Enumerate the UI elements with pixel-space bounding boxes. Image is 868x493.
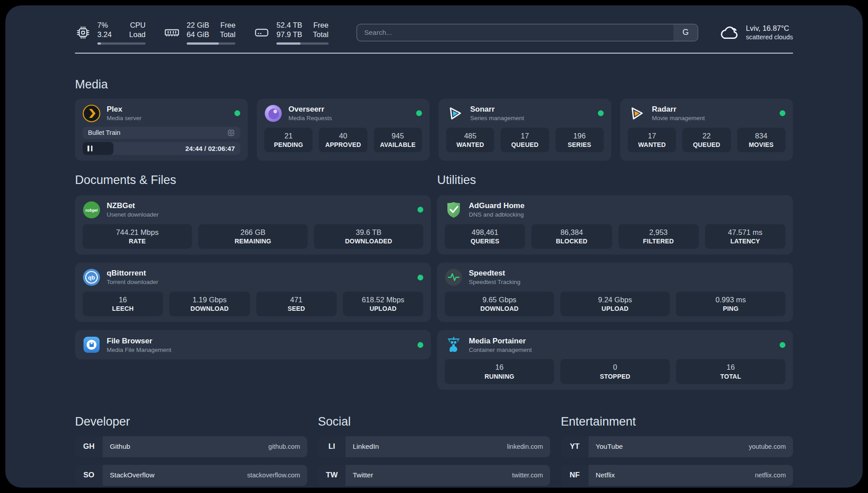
storage-progress-bar (276, 42, 328, 45)
app-subtitle: DNS and adblocking (469, 211, 525, 219)
stat-pill: 21PENDING (264, 128, 313, 152)
app-title: AdGuard Home (469, 201, 525, 211)
stat-pill: 86,384BLOCKED (531, 224, 612, 249)
links-column-entertainment: Entertainment YT YouTubeyoutube.com NF N… (561, 415, 793, 493)
stat-pill: 945AVAILABLE (374, 128, 422, 152)
app-subtitle: Speedtest Tracking (469, 278, 521, 286)
section-title-social: Social (318, 415, 550, 429)
status-indicator (417, 207, 423, 213)
memory-total-label: Total (220, 30, 235, 39)
storage-total: 97.9 TB (276, 30, 302, 39)
links-grid: Developer GH Githubgithub.com SO StackOv… (75, 415, 793, 493)
stat-pill: 196SERIES (555, 128, 604, 152)
app-card-nzbget[interactable]: nzbget NZBGet Usenet downloader 744.21 M… (75, 195, 431, 255)
app-card-overseerr[interactable]: Overseerr Media Requests 21PENDING 40APP… (257, 99, 430, 161)
stackoverflow-icon: SO (75, 465, 103, 486)
app-card-radarr[interactable]: Radarr Movie management 17WANTED 22QUEUE… (620, 99, 793, 161)
link-github[interactable]: GH Githubgithub.com (75, 436, 307, 457)
cpu-label: CPU (129, 21, 146, 30)
playback-progress-bar[interactable]: 24:44 / 02:06:47 (83, 142, 240, 155)
now-playing: Bullet Train 24:44 / 02:06:47 (83, 127, 240, 155)
overseerr-icon (264, 104, 282, 122)
pause-icon[interactable] (88, 146, 92, 151)
linkedin-icon: LI (318, 436, 346, 457)
app-card-adguard[interactable]: AdGuard Home DNS and adblocking 498,461Q… (437, 195, 793, 255)
twitter-icon: TW (318, 465, 346, 486)
stat-pill: 2,953FILTERED (618, 224, 699, 249)
app-subtitle: Media File Management (107, 346, 171, 354)
status-indicator (234, 110, 240, 116)
stat-pill: 40APPROVED (319, 128, 367, 152)
cpu-load-label: Load (129, 30, 146, 39)
app-card-speedtest[interactable]: Speedtest Speedtest Tracking 9.65 GbpsDO… (437, 263, 793, 322)
stat-pill: 744.21 MbpsRATE (83, 224, 192, 249)
app-card-qbittorrent[interactable]: qb qBittorrent Torrent downloader 16LEEC… (75, 263, 431, 322)
app-title: Media Portainer (469, 336, 532, 346)
portainer-icon (445, 336, 463, 354)
sonarr-icon (446, 104, 464, 122)
app-title: Sonarr (470, 104, 524, 114)
app-title: Speedtest (469, 268, 521, 278)
stat-pill: 485WANTED (446, 128, 494, 152)
link-url: stackoverflow.com (247, 472, 300, 479)
memory-stat: 22 GiB64 GiB FreeTotal (163, 21, 235, 45)
cpu-usage: 7% (97, 21, 112, 30)
stat-pill: 17WANTED (628, 128, 676, 152)
youtube-icon: YT (561, 436, 588, 457)
search-bar: G (356, 24, 699, 42)
system-stats: 7%3.24 CPULoad 22 GiB64 GiB Free (75, 21, 329, 45)
links-column-social: Social LI LinkedInlinkedin.com TW Twitte… (318, 415, 550, 486)
links-column-developer: Developer GH Githubgithub.com SO StackOv… (75, 415, 307, 493)
netflix-icon: NF (561, 465, 588, 486)
app-card-file-browser[interactable]: File Browser Media File Management (75, 330, 431, 359)
cpu-icon (75, 25, 91, 41)
app-card-sonarr[interactable]: Sonarr Series management 485WANTED 17QUE… (438, 99, 611, 161)
link-twitter[interactable]: TW Twittertwitter.com (318, 465, 550, 486)
link-url: github.com (268, 443, 300, 450)
stat-pill: 16TOTAL (676, 359, 785, 384)
middle-columns: Documents & Files nzbget NZBGet Usenet d… (75, 161, 793, 390)
stat-pill: 16LEECH (83, 292, 163, 316)
stat-pill: 1.19 GbpsDOWNLOAD (169, 292, 250, 316)
weather-condition: scattered clouds (746, 33, 793, 42)
stat-pill: 0STOPPED (560, 359, 670, 384)
header-divider (75, 53, 793, 54)
search-provider-button[interactable]: G (673, 25, 697, 41)
link-name: Twitter (353, 471, 373, 479)
storage-stat: 52.4 TB97.9 TB FreeTotal (253, 21, 328, 45)
storage-free-label: Free (313, 21, 329, 30)
speedtest-icon (445, 268, 463, 286)
stat-pill: 47.571 msLATENCY (705, 224, 785, 249)
app-subtitle: Media Requests (288, 114, 332, 122)
link-linkedin[interactable]: LI LinkedInlinkedin.com (318, 436, 550, 457)
media-grid: Plex Media server Bullet Train 24:44 / 0… (75, 99, 793, 161)
link-netflix[interactable]: NF Netflixnetflix.com (561, 465, 793, 486)
link-stackoverflow[interactable]: SO StackOverflowstackoverflow.com (75, 465, 307, 486)
search-input[interactable] (357, 25, 674, 41)
memory-progress-bar (187, 42, 235, 45)
link-name: LinkedIn (353, 443, 379, 451)
memory-free: 22 GiB (187, 21, 209, 30)
app-card-portainer[interactable]: Media Portainer Container management 16R… (437, 330, 793, 389)
status-indicator (417, 342, 423, 348)
link-url: linkedin.com (507, 443, 543, 450)
app-card-plex[interactable]: Plex Media server Bullet Train 24:44 / 0… (75, 99, 248, 161)
cpu-load-value: 3.24 (97, 30, 112, 39)
ram-icon (163, 25, 180, 41)
memory-free-label: Free (220, 21, 235, 30)
app-title: NZBGet (107, 201, 159, 211)
adguard-icon (445, 201, 463, 219)
link-name: Github (110, 443, 130, 451)
link-youtube[interactable]: YT YouTubeyoutube.com (561, 436, 793, 457)
app-subtitle: Usenet downloader (107, 211, 159, 219)
status-indicator (598, 110, 604, 116)
weather-widget[interactable]: Lviv, 16.87°C scattered clouds (719, 23, 793, 42)
stat-pill: 266 GBREMAINING (198, 224, 308, 249)
github-icon: GH (75, 436, 103, 457)
now-playing-title: Bullet Train (88, 129, 121, 136)
app-title: qBittorrent (107, 268, 159, 278)
link-url: youtube.com (749, 443, 786, 450)
app-subtitle: Container management (469, 346, 532, 354)
nzbget-icon: nzbget (83, 201, 100, 219)
app-title: Radarr (652, 104, 705, 114)
